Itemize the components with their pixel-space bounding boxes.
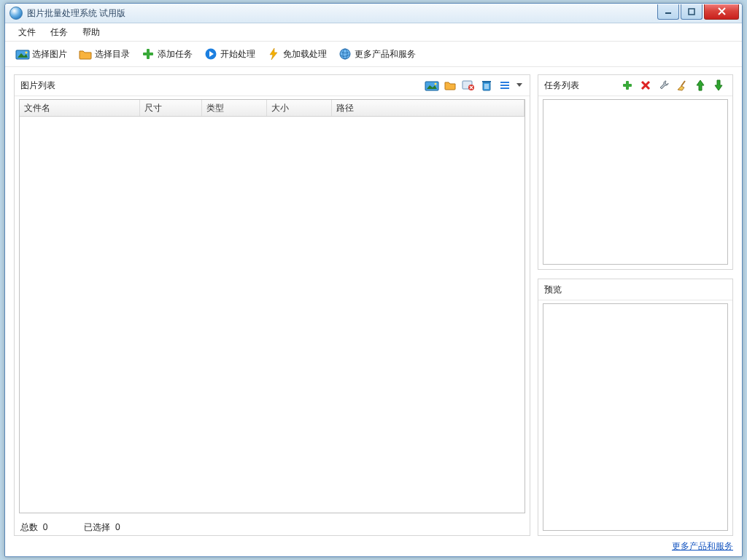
col-size[interactable]: 大小 (267, 100, 332, 116)
plus-icon (142, 48, 155, 60)
preview-header: 预览 (538, 279, 732, 300)
maximize-icon (688, 8, 695, 15)
image-table[interactable]: 文件名 尺寸 类型 大小 路径 (19, 99, 525, 513)
total-group: 总数 0 (20, 521, 47, 534)
svg-rect-8 (143, 52, 153, 55)
image-remove-icon (462, 80, 474, 90)
select-images-button[interactable]: 选择图片 (11, 45, 72, 63)
list-icon (500, 80, 510, 90)
image-list-tools (424, 77, 524, 93)
selected-value: 0 (115, 522, 120, 532)
task-list-tools (619, 77, 727, 93)
task-list-header: 任务列表 (538, 75, 732, 96)
image-icon (425, 80, 438, 90)
total-label: 总数 (20, 522, 38, 532)
no-load-process-button[interactable]: 免加载处理 (262, 45, 332, 63)
col-filename[interactable]: 文件名 (20, 100, 140, 116)
task-move-up-button[interactable] (692, 77, 708, 93)
window-buttons (657, 4, 739, 20)
wrench-icon (658, 79, 670, 91)
svg-rect-31 (623, 84, 632, 87)
preview-panel: 预览 (538, 279, 733, 536)
menu-file[interactable]: 文件 (11, 23, 43, 42)
task-settings-button[interactable] (656, 77, 672, 93)
add-task-button[interactable]: 添加任务 (136, 45, 198, 63)
minimize-icon (665, 8, 672, 15)
body: 图片列表 (5, 67, 742, 539)
svg-point-12 (340, 49, 350, 59)
task-clear-button[interactable] (674, 77, 690, 93)
svg-rect-22 (482, 81, 491, 82)
task-add-button[interactable] (619, 77, 635, 93)
view-mode-dropdown[interactable] (515, 77, 524, 93)
image-list-panel: 图片列表 (14, 74, 530, 536)
broom-icon (676, 79, 688, 91)
titlebar: 图片批量处理系统 试用版 (5, 4, 742, 23)
folder-icon (444, 80, 456, 90)
svg-point-16 (435, 83, 437, 85)
svg-marker-11 (270, 48, 277, 60)
svg-rect-1 (689, 9, 694, 15)
select-folder-label: 选择目录 (95, 48, 130, 61)
start-process-button[interactable]: 开始处理 (199, 45, 260, 63)
remove-image-tool[interactable] (460, 77, 476, 93)
task-delete-button[interactable] (638, 77, 654, 93)
task-list-panel: 任务列表 (538, 74, 733, 270)
col-type[interactable]: 类型 (202, 100, 267, 116)
view-mode-tool[interactable] (497, 77, 513, 93)
total-value: 0 (43, 522, 48, 532)
menu-task[interactable]: 任务 (43, 23, 75, 42)
col-dims[interactable]: 尺寸 (140, 100, 202, 116)
image-list-header: 图片列表 (15, 75, 530, 96)
selected-group: 已选择 0 (84, 521, 120, 534)
menu-bar: 文件 任务 帮助 (5, 23, 742, 42)
selected-label: 已选择 (84, 522, 110, 532)
more-products-button[interactable]: 更多产品和服务 (333, 45, 421, 63)
image-list-status: 总数 0 已选择 0 (15, 518, 530, 535)
lightning-icon (267, 48, 280, 60)
svg-point-6 (25, 51, 27, 53)
minimize-button[interactable] (657, 4, 679, 20)
main-toolbar: 选择图片 选择目录 添加任务 开始处理 免加载处理 (5, 42, 742, 67)
image-list-title: 图片列表 (20, 79, 55, 92)
add-image-tool[interactable] (424, 77, 440, 93)
trash-icon (481, 79, 492, 91)
col-path[interactable]: 路径 (332, 100, 525, 116)
plus-icon (622, 80, 632, 90)
maximize-button[interactable] (681, 4, 703, 20)
svg-rect-14 (425, 82, 438, 90)
x-icon (640, 80, 651, 90)
image-table-header: 文件名 尺寸 类型 大小 路径 (20, 100, 525, 117)
close-icon (718, 7, 726, 15)
arrow-up-icon (696, 79, 705, 91)
left-column: 图片列表 (14, 74, 530, 536)
arrow-down-icon (714, 79, 723, 91)
clear-images-tool[interactable] (479, 77, 495, 93)
preview-body (543, 303, 728, 531)
add-task-label: 添加任务 (158, 48, 193, 61)
svg-marker-36 (715, 80, 722, 90)
app-window: 图片批量处理系统 试用版 文件 任务 帮助 选择图片 (4, 3, 743, 557)
preview-title: 预览 (544, 284, 562, 296)
footer: 更多产品和服务 (5, 539, 742, 556)
svg-line-34 (681, 81, 685, 86)
task-move-down-button[interactable] (711, 77, 727, 93)
more-products-link[interactable]: 更多产品和服务 (672, 540, 733, 553)
svg-marker-29 (516, 83, 522, 87)
app-icon (9, 7, 23, 20)
task-list-body[interactable] (543, 99, 728, 265)
add-folder-tool[interactable] (442, 77, 458, 93)
play-icon (204, 48, 217, 60)
select-images-label: 选择图片 (32, 48, 67, 61)
window-title: 图片批量处理系统 试用版 (27, 7, 125, 20)
close-button[interactable] (704, 4, 739, 20)
start-process-label: 开始处理 (220, 48, 255, 61)
select-folder-button[interactable]: 选择目录 (74, 45, 135, 63)
right-column: 任务列表 (538, 74, 733, 536)
svg-marker-35 (697, 80, 704, 90)
more-products-label: 更多产品和服务 (355, 48, 416, 61)
menu-help[interactable]: 帮助 (75, 23, 107, 42)
chevron-down-icon (516, 83, 522, 88)
folder-icon (79, 48, 92, 60)
task-list-title: 任务列表 (544, 79, 579, 92)
